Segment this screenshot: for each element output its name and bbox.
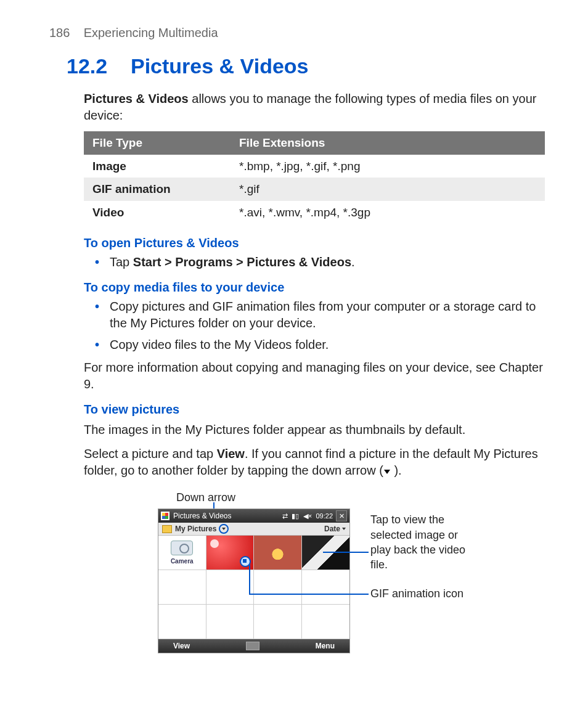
device-screenshot: Pictures & Videos ⇄ ▮▯ ◀× 09:22 ✕ My Pic… — [158, 509, 350, 653]
list-item: Copy pictures and GIF animation files fr… — [108, 298, 545, 332]
cell-type: Video — [84, 201, 231, 224]
table-header-ext: File Extensions — [231, 131, 545, 155]
cell-type: GIF animation — [84, 178, 231, 201]
empty-cell — [302, 605, 350, 639]
intro-paragraph: Pictures & Videos allows you to manage t… — [84, 91, 545, 124]
screenshot-figure: Down arrow Pictures & Videos ⇄ ▮▯ ◀× 09:… — [158, 490, 552, 675]
page-header: 186 Experiencing Multimedia — [49, 25, 545, 41]
callout-tap-view: Tap to view the selected image or play b… — [370, 512, 475, 572]
empty-cell — [254, 570, 302, 605]
view-action: View — [217, 447, 245, 460]
current-folder: My Pictures — [175, 524, 216, 534]
intro-strong: Pictures & Videos — [84, 92, 189, 105]
callout-gif-icon: GIF animation icon — [370, 586, 475, 601]
cell-type: Image — [84, 155, 231, 178]
chapter-title: Experiencing Multimedia — [84, 26, 218, 39]
titlebar: Pictures & Videos ⇄ ▮▯ ◀× 09:22 ✕ — [158, 509, 349, 523]
list-item: Tap Start > Programs > Pictures & Videos… — [108, 254, 545, 271]
nav-path: Start > Programs > Pictures & Videos — [133, 255, 351, 269]
sync-icon: ⇄ — [282, 512, 288, 520]
softkey-menu[interactable]: Menu — [316, 641, 335, 651]
softkey-bar: View Menu — [158, 639, 349, 653]
app-title: Pictures & Videos — [173, 511, 232, 521]
empty-cell — [206, 605, 255, 639]
text: . — [351, 255, 355, 269]
camera-label: Camera — [171, 557, 194, 566]
folder-dropdown-icon[interactable] — [219, 524, 229, 534]
sort-dropdown[interactable]: Date — [324, 524, 346, 534]
text: Select a picture and tap — [84, 447, 217, 460]
section-name: Pictures & Videos — [131, 54, 309, 78]
empty-cell — [206, 570, 255, 605]
thumbnail-grid: Camera — [158, 536, 349, 639]
camera-shortcut[interactable]: Camera — [158, 536, 206, 570]
empty-cell — [158, 570, 206, 605]
close-icon[interactable]: ✕ — [336, 510, 347, 521]
table-row: Video *.avi, *.wmv, *.mp4, *.3gp — [84, 201, 545, 224]
page-number: 186 — [49, 26, 70, 39]
subhead-copy: To copy media files to your device — [84, 279, 545, 296]
list-item: Copy video files to the My Videos folder… — [108, 337, 545, 353]
table-row: GIF animation *.gif — [84, 178, 545, 201]
section-number: 12.2 — [67, 54, 107, 78]
empty-cell — [302, 570, 350, 605]
clock: 09:22 — [316, 512, 333, 520]
thumbnail-image — [254, 536, 301, 570]
subhead-open: To open Pictures & Videos — [84, 235, 545, 251]
text: ). — [391, 464, 402, 477]
view-p2: Select a picture and tap View. If you ca… — [84, 446, 545, 479]
file-type-table: File Type File Extensions Image *.bmp, *… — [84, 131, 545, 224]
start-icon[interactable] — [161, 512, 169, 520]
leader-line — [249, 594, 369, 595]
table-row: Image *.bmp, *.jpg, *.gif, *.png — [84, 155, 545, 178]
down-arrow-icon — [383, 468, 391, 475]
camera-icon — [171, 541, 193, 555]
section-title: 12.2 Pictures & Videos — [67, 52, 545, 81]
leader-line — [249, 564, 250, 594]
keyboard-icon[interactable] — [246, 642, 259, 650]
empty-cell — [158, 605, 206, 639]
signal-icon: ▮▯ — [292, 512, 299, 520]
softkey-view[interactable]: View — [173, 641, 190, 651]
empty-cell — [254, 605, 302, 639]
cell-ext: *.bmp, *.jpg, *.gif, *.png — [231, 155, 545, 178]
text: Tap — [110, 255, 133, 269]
leader-line — [323, 552, 369, 553]
view-p1: The images in the My Pictures folder app… — [84, 422, 545, 438]
thumbnail[interactable] — [302, 536, 350, 570]
thumbnail[interactable] — [206, 536, 255, 570]
folder-icon — [162, 525, 172, 533]
table-header-filetype: File Type — [84, 131, 231, 155]
volume-icon: ◀× — [303, 512, 312, 520]
thumbnail[interactable] — [254, 536, 302, 570]
subhead-view: To view pictures — [84, 401, 545, 418]
cell-ext: *.avi, *.wmv, *.mp4, *.3gp — [231, 201, 545, 224]
copy-tail: For more information about copying and m… — [84, 359, 545, 393]
cell-ext: *.gif — [231, 178, 545, 201]
status-icons: ⇄ ▮▯ ◀× 09:22 — [280, 511, 333, 521]
callout-down-arrow: Down arrow — [176, 490, 235, 505]
sort-label: Date — [324, 524, 340, 534]
path-bar: My Pictures Date — [158, 523, 349, 536]
